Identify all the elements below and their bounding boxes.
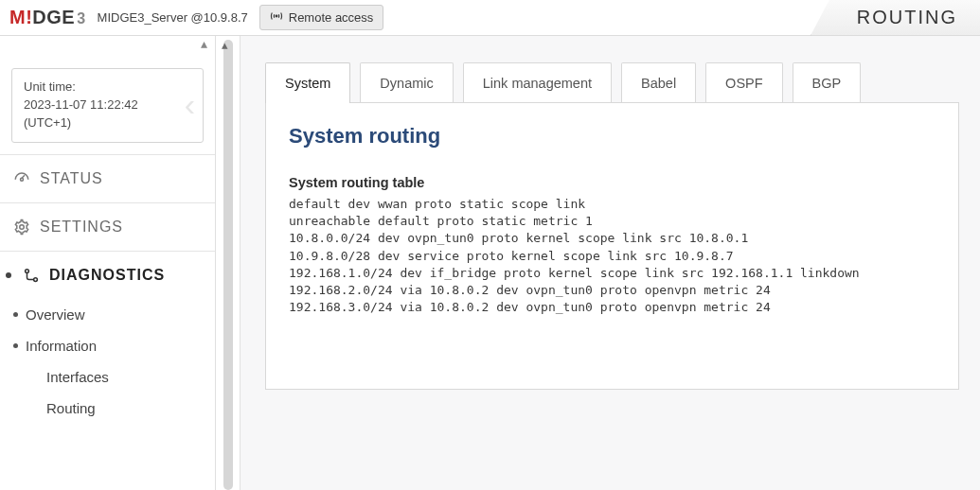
sidebar-sub-interfaces[interactable]: Interfaces (0, 361, 215, 393)
top-bar: M ! DGE 3 MIDGE3_Server @10.9.8.7 Remote… (0, 0, 980, 36)
tab-bgp[interactable]: BGP (793, 62, 862, 103)
tab-link-management[interactable]: Link management (463, 62, 612, 103)
svg-point-0 (276, 15, 277, 17)
tab-ospf[interactable]: OSPF (705, 62, 782, 103)
logo-suffix: 3 (77, 10, 85, 27)
svg-point-2 (20, 224, 25, 229)
sidebar-item-settings[interactable]: SETTINGS (0, 203, 215, 251)
tab-babel[interactable]: Babel (621, 62, 696, 103)
diagnostics-icon (23, 267, 40, 284)
sidebar-submenu: Overview Information Interfaces Routing (0, 299, 215, 431)
gear-icon (13, 219, 30, 236)
tab-system[interactable]: System (265, 62, 350, 103)
active-bullet-icon (6, 272, 11, 278)
antenna-icon (270, 9, 283, 26)
sidebar-item-diagnostics[interactable]: DIAGNOSTICS (0, 252, 215, 299)
page-title: ROUTING (811, 0, 980, 36)
panel-subheading: System routing table (289, 175, 935, 190)
main-content: System Dynamic Link management Babel OSP… (241, 36, 980, 490)
sidebar-sub-overview[interactable]: Overview (0, 299, 215, 330)
svg-point-1 (21, 178, 24, 181)
caret-up-icon: ▴ (201, 36, 207, 51)
logo-letter-m: M (9, 7, 26, 28)
tab-bar: System Dynamic Link management Babel OSP… (265, 62, 959, 103)
unit-time-tz: (UTC+1) (24, 114, 191, 132)
svg-point-3 (26, 269, 29, 272)
tab-dynamic[interactable]: Dynamic (360, 62, 453, 103)
gauge-icon (13, 170, 30, 187)
tab-label: BGP (812, 76, 842, 91)
sidebar-item-label: STATUS (40, 170, 103, 187)
tab-label: Babel (641, 76, 676, 91)
splitter[interactable]: ▴ (216, 36, 241, 490)
routing-table-output: default dev wwan proto static scope link… (289, 196, 935, 316)
panel-heading: System routing (289, 124, 935, 149)
sidebar-item-label: DIAGNOSTICS (49, 267, 165, 284)
tab-label: OSPF (725, 76, 762, 91)
sidebar-sub-information[interactable]: Information (0, 330, 215, 361)
sidebar: ▴ Unit time: 2023-11-07 11:22:42 (UTC+1)… (0, 36, 216, 490)
logo-accent: ! (26, 7, 32, 28)
sidebar-collapse-caret[interactable]: ▴ (0, 36, 215, 64)
tab-label: System (285, 76, 330, 91)
panel-system-routing: System routing System routing table defa… (265, 102, 959, 390)
unit-time-box: Unit time: 2023-11-07 11:22:42 (UTC+1) ‹ (11, 68, 204, 143)
remote-access-label: Remote access (289, 10, 374, 25)
remote-access-button[interactable]: Remote access (259, 5, 384, 30)
logo-letters: DGE (32, 7, 75, 28)
caret-up-icon: ▴ (222, 38, 228, 52)
sidebar-sub-routing[interactable]: Routing (0, 393, 215, 424)
sidebar-item-label: Overview (26, 306, 85, 323)
server-name: MIDGE3_Server @10.9.8.7 (98, 10, 248, 25)
sidebar-item-label: Information (26, 338, 97, 354)
sidebar-item-label: SETTINGS (40, 219, 123, 236)
sidebar-item-label: Routing (46, 400, 96, 416)
sidebar-item-status[interactable]: STATUS (0, 155, 215, 202)
chevron-ghost-icon: ‹ (185, 82, 195, 129)
splitter-bar[interactable]: ▴ (223, 40, 233, 490)
tab-label: Link management (483, 76, 592, 91)
unit-time-label: Unit time: (24, 79, 191, 96)
unit-time-value: 2023-11-07 11:22:42 (24, 96, 191, 114)
tab-label: Dynamic (380, 76, 433, 91)
sidebar-item-label: Interfaces (46, 369, 109, 385)
svg-point-4 (34, 277, 38, 281)
product-logo: M ! DGE 3 (9, 7, 86, 28)
